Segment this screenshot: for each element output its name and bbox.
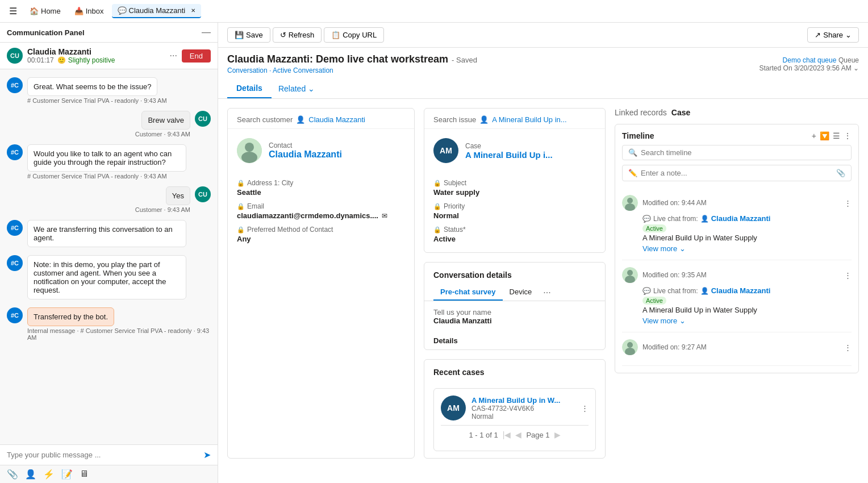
customer-card: Search customer 👤 Claudia Mazzanti Conta…: [227, 108, 415, 459]
refresh-button[interactable]: ↺ Refresh: [273, 27, 322, 43]
svg-point-1: [245, 143, 254, 152]
expand-icon[interactable]: ⌄: [853, 64, 859, 72]
save-button[interactable]: 💾 Save: [227, 27, 270, 43]
list-item: Brew valve CU Customer · 9:43 AM: [0, 107, 218, 141]
first-page-icon[interactable]: |◀: [503, 430, 511, 439]
timeline-item-header: Modified on: 9:44 AM ⋮: [622, 195, 852, 211]
person-icon[interactable]: 👤: [25, 469, 36, 480]
lock-icon: 🔒: [433, 180, 441, 187]
tab-details[interactable]: Details: [227, 79, 272, 98]
person-icon: 👤: [700, 287, 709, 295]
view-more-button[interactable]: View more ⌄: [642, 244, 852, 253]
page-title-row: Claudia Mazzanti: Demo live chat workstr…: [227, 53, 859, 74]
prev-page-icon[interactable]: ◀: [515, 430, 521, 439]
survey-name-field: Tell us your name Claudia Manzatti: [424, 301, 605, 332]
tab-related[interactable]: Related ⌄: [272, 79, 322, 98]
chat-bubble: Note: in this demo, you play the part of…: [27, 255, 186, 299]
list-item: #C Transferred by the bot. Internal mess…: [0, 304, 218, 344]
chat-meta: Internal message · # Customer Service Tr…: [27, 327, 211, 341]
breadcrumb-conversation[interactable]: Conversation: [227, 66, 268, 74]
live-chat-label: 💬 Live chat from: 👤 Claudia Mazzanti: [642, 214, 852, 223]
call-timer: 00:01:17: [27, 56, 54, 64]
status-value: Active: [433, 235, 596, 243]
notes-icon[interactable]: 📝: [61, 469, 73, 480]
home-tab[interactable]: 🏠 Home: [24, 5, 66, 18]
add-timeline-icon[interactable]: +: [812, 131, 816, 140]
live-chat-from[interactable]: Claudia Mazzanti: [711, 286, 771, 295]
device-tab[interactable]: Device: [503, 284, 539, 301]
timeline-avatar: [622, 267, 638, 283]
copy-label: Copy URL: [343, 31, 377, 39]
refresh-icon: ↺: [280, 31, 286, 39]
timeline-more-icon[interactable]: ⋮: [844, 271, 852, 280]
chat-meta: # Customer Service Trial PVA - readonly …: [27, 97, 211, 104]
message-input[interactable]: [7, 451, 199, 459]
more-timeline-icon[interactable]: ⋮: [844, 131, 852, 140]
lock-icon: 🔒: [237, 203, 245, 210]
claudia-tab[interactable]: 💬 Claudia Mazzanti ✕: [112, 4, 202, 18]
list-timeline-icon[interactable]: ☰: [833, 131, 840, 140]
pre-chat-tab[interactable]: Pre-chat survey: [433, 284, 503, 301]
communication-panel: Communication Panel — CU Claudia Mazzant…: [0, 23, 218, 483]
breadcrumb-active-conversation[interactable]: Active Conversation: [273, 66, 333, 74]
filter-timeline-icon[interactable]: 🔽: [820, 131, 829, 140]
inbox-icon: 📥: [74, 7, 84, 15]
screen-icon[interactable]: 🖥: [80, 469, 89, 480]
inbox-tab[interactable]: 📥 Inbox: [69, 5, 110, 18]
contact-name[interactable]: Claudia Mazzanti: [269, 149, 342, 160]
chat-bubble-icon: 💬: [642, 215, 651, 223]
case-name[interactable]: A Mineral Build Up i...: [465, 150, 553, 160]
share-button[interactable]: ↗ Share ⌄: [807, 27, 859, 43]
recent-case-priority: Normal: [471, 413, 575, 420]
more-options-icon[interactable]: ···: [170, 51, 177, 61]
smile-icon: 🙂: [57, 56, 66, 64]
status-field: 🔒 Status* Active: [424, 226, 605, 243]
queue-info: Demo chat queue Queue Started On 3/20/20…: [760, 56, 859, 72]
quick-reply-icon[interactable]: ⚡: [43, 469, 55, 480]
lock-icon: 🔒: [237, 226, 245, 234]
recent-case-title[interactable]: A Mineral Build Up in W...: [471, 396, 575, 405]
customer-link[interactable]: Claudia Mazzanti: [308, 115, 365, 124]
timeline-panel: Timeline + 🔽 ☰ ⋮ 🔍 ✏️: [615, 124, 859, 373]
copy-url-button[interactable]: 📋 Copy URL: [324, 27, 384, 43]
send-icon[interactable]: ➤: [203, 449, 211, 460]
chat-bubble-icon: 💬: [642, 287, 651, 295]
note-input[interactable]: [641, 169, 833, 177]
address-field: 🔒 Address 1: City Seattle: [228, 179, 414, 197]
view-more-button[interactable]: View more ⌄: [642, 317, 852, 325]
hamburger-icon[interactable]: ☰: [5, 3, 22, 19]
conv-more-icon[interactable]: ···: [543, 284, 550, 301]
chat-bubble-highlight: Transferred by the bot.: [27, 307, 114, 326]
sentiment-label: Slightly positive: [68, 56, 115, 64]
queue-link[interactable]: Demo chat queue: [783, 56, 837, 64]
tab-close-icon[interactable]: ✕: [191, 7, 195, 14]
chat-meta: # Customer Service Trial PVA - readonly …: [27, 173, 211, 180]
linked-records-label: Linked records: [615, 108, 667, 117]
copy-icon: 📋: [331, 31, 340, 39]
end-button[interactable]: End: [182, 49, 211, 63]
subject-value: Water supply: [433, 188, 596, 197]
pagination-count: 1 - 1 of 1: [469, 431, 498, 439]
email-copy-icon[interactable]: ✉: [382, 212, 387, 220]
next-page-icon[interactable]: ▶: [554, 430, 561, 439]
live-chat-from[interactable]: Claudia Mazzanti: [711, 214, 771, 223]
timeline-more-icon[interactable]: ⋮: [844, 343, 852, 352]
contact-type: Contact: [269, 141, 342, 149]
timeline-search-input[interactable]: [641, 148, 845, 157]
attachment-icon[interactable]: 📎: [7, 469, 18, 480]
svg-point-4: [627, 198, 633, 203]
attachment-icon[interactable]: 📎: [836, 169, 845, 177]
case-avatar: AM: [433, 138, 458, 163]
priority-value: Normal: [433, 211, 596, 220]
issue-link[interactable]: A Mineral Build Up in...: [492, 115, 567, 124]
sentiment-indicator: 🙂 Slightly positive: [57, 56, 115, 64]
linked-records-header: Linked records Case: [615, 108, 859, 117]
chat-bubble: We are transferring this conversation to…: [27, 220, 186, 247]
pencil-icon: ✏️: [628, 169, 637, 177]
recent-case-info: A Mineral Build Up in W... CAS-47732-V4V…: [471, 396, 575, 420]
avatar: #C: [7, 220, 23, 236]
timeline-more-icon[interactable]: ⋮: [844, 199, 852, 207]
minimize-icon[interactable]: —: [202, 27, 211, 38]
lock-icon: 🔒: [433, 203, 441, 210]
case-more-icon[interactable]: ⋮: [581, 404, 589, 413]
